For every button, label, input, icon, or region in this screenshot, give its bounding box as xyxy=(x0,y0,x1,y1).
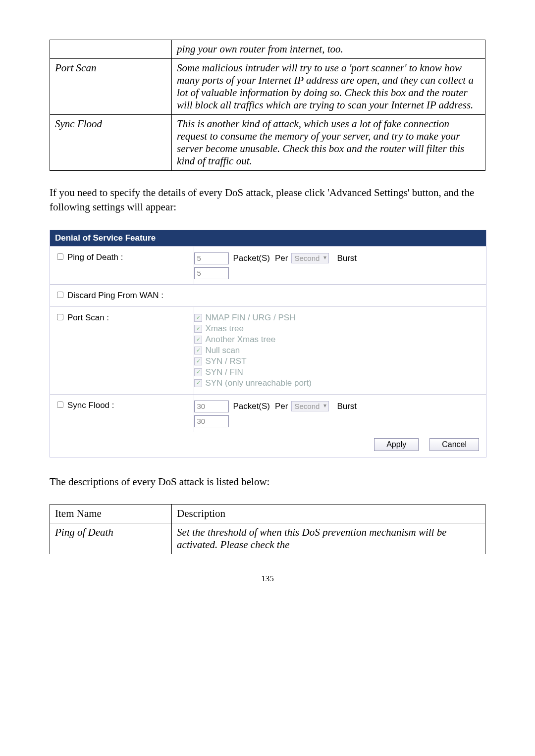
sync-flood-unit-select[interactable]: Second xyxy=(291,401,329,411)
t1-r0-name xyxy=(50,40,172,59)
discard-ping-checkbox[interactable] xyxy=(57,292,63,298)
t1-r0-desc: ping your own router from internet, too. xyxy=(172,40,485,59)
ping-of-death-checkbox[interactable] xyxy=(57,253,63,260)
port-scan-label: Port Scan : xyxy=(67,313,109,323)
t2-h-desc: Description xyxy=(172,504,485,523)
dos-feature-panel: Denial of Service Feature Ping of Death … xyxy=(50,230,486,457)
sf-per-label: Per xyxy=(275,402,288,411)
discard-ping-label: Discard Ping From WAN : xyxy=(67,291,163,301)
ping-of-death-value-2[interactable] xyxy=(194,267,229,279)
t2-r0-desc: Set the threshold of when this DoS preve… xyxy=(172,523,485,554)
sync-flood-value-1[interactable] xyxy=(194,401,229,412)
opt-syn-unreach[interactable]: ✓SYN (only unreachable port) xyxy=(194,378,480,388)
sync-flood-label: Sync Flood : xyxy=(67,401,114,410)
t1-r2-desc: This is another kind of attack, which us… xyxy=(172,115,485,171)
sync-flood-value-2[interactable] xyxy=(194,415,229,427)
top-table: ping your own router from internet, too.… xyxy=(50,40,485,171)
sf-burst-label: Burst xyxy=(337,402,357,411)
t1-r1-desc: Some malicious intruder will try to use … xyxy=(172,59,485,115)
bottom-table: Item Name Description Ping of Death Set … xyxy=(50,504,485,554)
opt-xmas[interactable]: ✓Xmas tree xyxy=(194,324,480,334)
cancel-button[interactable]: Cancel xyxy=(429,438,479,451)
sf-packets-label: Packet(S) xyxy=(233,402,270,411)
t2-r0-name: Ping of Death xyxy=(50,523,172,554)
panel-header: Denial of Service Feature xyxy=(50,230,486,246)
opt-another-xmas[interactable]: ✓Another Xmas tree xyxy=(194,335,480,345)
burst-label: Burst xyxy=(337,253,357,263)
page-number: 135 xyxy=(50,574,485,584)
port-scan-checkbox[interactable] xyxy=(57,314,63,320)
opt-null[interactable]: ✓Null scan xyxy=(194,346,480,355)
ping-of-death-value-1[interactable] xyxy=(194,252,229,264)
opt-syn-rst[interactable]: ✓SYN / RST xyxy=(194,356,480,366)
ping-of-death-unit-select[interactable]: Second xyxy=(291,253,329,263)
ping-of-death-label: Ping of Death : xyxy=(67,252,123,262)
packets-label: Packet(S) xyxy=(233,253,270,263)
paragraph-2: The descriptions of every DoS attack is … xyxy=(50,475,485,489)
opt-nmap[interactable]: ✓NMAP FIN / URG / PSH xyxy=(194,313,480,323)
t1-r1-name: Port Scan xyxy=(50,59,172,115)
t1-r2-name: Sync Flood xyxy=(50,115,172,171)
t2-h-name: Item Name xyxy=(50,504,172,523)
per-label: Per xyxy=(275,253,288,263)
opt-syn-fin[interactable]: ✓SYN / FIN xyxy=(194,367,480,377)
apply-button[interactable]: Apply xyxy=(374,438,419,451)
sync-flood-checkbox[interactable] xyxy=(57,402,63,408)
paragraph-1: If you need to specify the details of ev… xyxy=(50,186,485,215)
